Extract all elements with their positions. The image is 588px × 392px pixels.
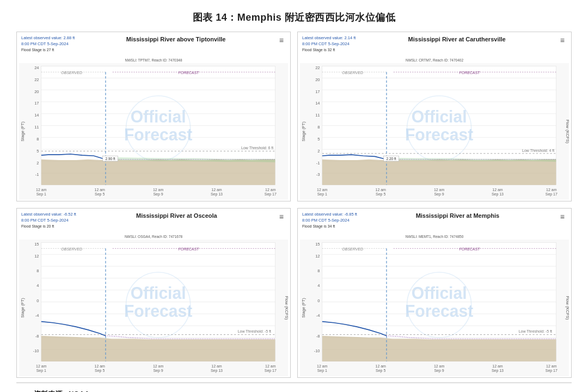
svg-text:Sep 9: Sep 9 — [153, 192, 163, 197]
svg-text:Forecast: Forecast — [124, 302, 192, 320]
chart-svg-caruthersville: Official Forecast 22 20 17 14 — [300, 63, 569, 200]
svg-text:17: 17 — [34, 101, 39, 106]
svg-text:15: 15 — [34, 242, 39, 247]
svg-text:Sep 17: Sep 17 — [546, 369, 558, 373]
footer-source-label: 资料来源： — [33, 390, 68, 392]
svg-text:12 am: 12 am — [546, 364, 556, 368]
chart-svg-memphis: Official Forecast 15 12 8 4 — [300, 240, 569, 376]
svg-text:12 am: 12 am — [153, 188, 163, 192]
chart-subtitle-memphis: NWSLI: MEMT1, Reach ID: 7474850 — [298, 235, 571, 240]
svg-text:12 am: 12 am — [265, 188, 275, 192]
svg-text:-10: -10 — [33, 348, 39, 353]
svg-text:12 am: 12 am — [36, 364, 46, 368]
chart-body-caruthersville: Official Forecast 22 20 17 14 — [300, 63, 569, 200]
menu-icon-tiptonville[interactable]: ≡ — [277, 35, 286, 46]
svg-text:8: 8 — [36, 268, 39, 273]
flood-stage-caruthersville: Flood Stage is 32 ft — [302, 47, 356, 53]
svg-text:Sep 13: Sep 13 — [492, 369, 504, 373]
svg-text:FORECAST: FORECAST — [178, 247, 199, 251]
chart-title-caruthersville: Mississippi River at Caruthersville — [356, 35, 558, 44]
charts-grid: Latest observed value: 2.88 ft 8:00 PM C… — [16, 32, 572, 378]
svg-text:Sep 1: Sep 1 — [317, 369, 327, 373]
menu-icon-osceola[interactable]: ≡ — [277, 211, 286, 222]
svg-text:5: 5 — [36, 149, 39, 154]
svg-text:-4: -4 — [35, 313, 39, 318]
svg-text:14: 14 — [315, 101, 320, 106]
svg-text:Stage (FT): Stage (FT) — [20, 121, 25, 142]
svg-text:12: 12 — [315, 254, 320, 259]
svg-text:-1: -1 — [35, 172, 39, 177]
timestamp-caruthersville: 8:00 PM CDT 5-Sep-2024 — [302, 41, 356, 47]
svg-text:OBSERVED: OBSERVED — [342, 247, 363, 251]
svg-text:12 am: 12 am — [492, 188, 503, 192]
svg-text:12 am: 12 am — [434, 364, 444, 368]
footer-source-value: NOAA — [68, 390, 89, 392]
svg-text:-4: -4 — [316, 313, 320, 318]
svg-text:0: 0 — [36, 298, 39, 303]
svg-text:Flow (KCFS): Flow (KCFS) — [565, 120, 569, 144]
svg-text:Stage (FT): Stage (FT) — [301, 121, 306, 142]
chart-body-tiptonville: Official Forecast 24 22 — [19, 63, 288, 200]
svg-text:2: 2 — [317, 149, 320, 154]
chart-header-memphis: Latest observed value: -6.85 ft 8:00 PM … — [298, 209, 571, 235]
chart-svg-tiptonville: Official Forecast 24 22 — [19, 63, 288, 200]
menu-icon-memphis[interactable]: ≡ — [558, 211, 567, 222]
svg-text:15: 15 — [315, 242, 320, 247]
svg-text:12 am: 12 am — [434, 188, 444, 192]
page-title: 图表 14：Memphis 附近密西西比河水位偏低 — [16, 11, 572, 24]
svg-text:17: 17 — [315, 89, 320, 94]
chart-header-tiptonville: Latest observed value: 2.88 ft 8:00 PM C… — [17, 32, 290, 58]
svg-text:FORECAST: FORECAST — [459, 247, 480, 251]
svg-text:Sep 17: Sep 17 — [265, 369, 277, 373]
svg-text:Sep 1: Sep 1 — [36, 369, 46, 373]
svg-text:-8: -8 — [316, 334, 320, 339]
chart-caruthersville: Latest observed value: 2.14 ft 8:00 PM C… — [297, 32, 572, 201]
svg-text:Sep 5: Sep 5 — [95, 192, 105, 197]
chart-header-osceola: Latest observed value: -6.52 ft 8:00 PM … — [17, 209, 290, 235]
svg-text:OBSERVED: OBSERVED — [61, 71, 82, 75]
flood-stage-tiptonville: Flood Stage is 27 ft — [21, 47, 75, 53]
svg-text:Sep 9: Sep 9 — [153, 369, 163, 373]
svg-text:Sep 9: Sep 9 — [434, 369, 444, 373]
svg-text:Official: Official — [131, 108, 186, 126]
chart-memphis: Latest observed value: -6.85 ft 8:00 PM … — [297, 208, 572, 378]
svg-text:FORECAST: FORECAST — [459, 71, 480, 75]
svg-text:-10: -10 — [314, 348, 320, 353]
svg-text:24: 24 — [34, 65, 39, 70]
svg-text:5: 5 — [317, 137, 320, 142]
chart-subtitle-caruthersville: NWSLI: CRTM7, Reach ID: 7470402 — [298, 58, 571, 63]
observed-value-caruthersville: Latest observed value: 2.14 ft — [302, 35, 356, 41]
svg-text:2.20 ft: 2.20 ft — [387, 157, 396, 161]
svg-text:-1: -1 — [316, 160, 320, 165]
svg-text:12 am: 12 am — [36, 188, 46, 192]
observed-value-osceola: Latest observed value: -6.52 ft — [21, 211, 76, 217]
svg-text:Flow (KCFS): Flow (KCFS) — [565, 296, 569, 320]
svg-text:12 am: 12 am — [492, 364, 503, 368]
svg-text:Sep 5: Sep 5 — [376, 192, 385, 197]
chart-body-memphis: Official Forecast 15 12 8 4 — [300, 240, 569, 376]
chart-subtitle-osceola: NWSLI: OSGA4, Reach ID: 7471678 — [17, 235, 290, 240]
svg-text:Forecast: Forecast — [405, 302, 473, 320]
svg-text:11: 11 — [315, 113, 320, 118]
menu-icon-caruthersville[interactable]: ≡ — [558, 35, 567, 46]
svg-text:8: 8 — [36, 137, 39, 142]
svg-text:Low Threshold: 4 ft: Low Threshold: 4 ft — [522, 149, 554, 152]
svg-text:Low Threshold: -5 ft: Low Threshold: -5 ft — [238, 329, 271, 333]
timestamp-tiptonville: 8:00 PM CDT 5-Sep-2024 — [21, 41, 75, 47]
svg-text:12 am: 12 am — [211, 188, 222, 192]
svg-text:Low Threshold: -5 ft: Low Threshold: -5 ft — [519, 329, 552, 333]
observed-value-tiptonville: Latest observed value: 2.88 ft — [21, 35, 75, 41]
svg-text:12 am: 12 am — [95, 188, 105, 192]
svg-text:20: 20 — [315, 77, 320, 82]
svg-text:Forecast: Forecast — [405, 126, 473, 144]
timestamp-memphis: 8:00 PM CDT 5-Sep-2024 — [302, 217, 357, 223]
svg-text:Sep 13: Sep 13 — [211, 192, 223, 197]
svg-text:4: 4 — [317, 283, 320, 288]
observed-value-memphis: Latest observed value: -6.85 ft — [302, 211, 357, 217]
svg-text:Sep 17: Sep 17 — [546, 192, 558, 197]
chart-body-osceola: Official Forecast 15 12 8 4 — [19, 240, 288, 376]
svg-text:14: 14 — [34, 113, 39, 118]
svg-text:FORECAST: FORECAST — [178, 71, 199, 75]
svg-text:2.90 ft: 2.90 ft — [106, 157, 115, 161]
svg-text:11: 11 — [34, 125, 39, 130]
